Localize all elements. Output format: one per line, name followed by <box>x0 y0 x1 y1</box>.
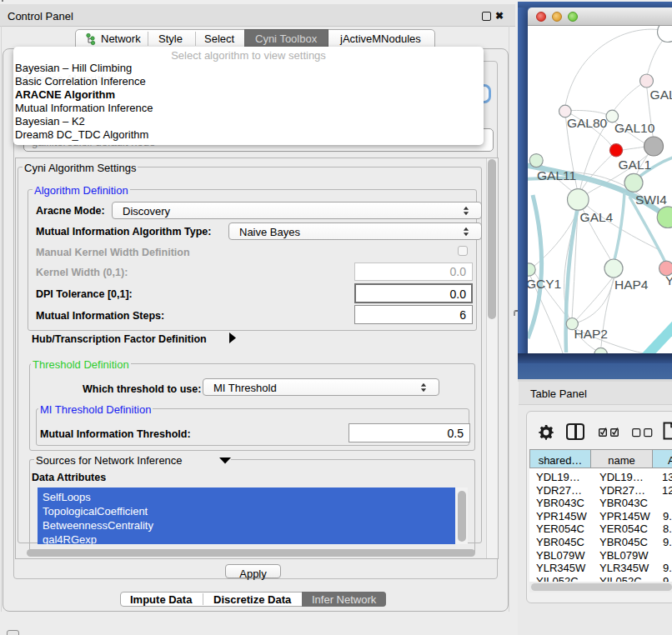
svg-text:Y: Y <box>665 273 672 288</box>
svg-text:GCY1: GCY1 <box>528 277 561 291</box>
svg-text:GAL11: GAL11 <box>537 168 576 182</box>
svg-text:GAL10: GAL10 <box>614 121 655 135</box>
svg-text:HAP4: HAP4 <box>614 278 649 292</box>
svg-text:GAL80: GAL80 <box>567 116 608 130</box>
svg-text:HAP2: HAP2 <box>574 327 609 341</box>
svg-text:GAL7: GAL7 <box>650 88 672 102</box>
svg-text:SWI4: SWI4 <box>635 192 667 207</box>
svg-text:GAL1: GAL1 <box>619 158 652 172</box>
svg-text:GAL4: GAL4 <box>580 210 614 224</box>
